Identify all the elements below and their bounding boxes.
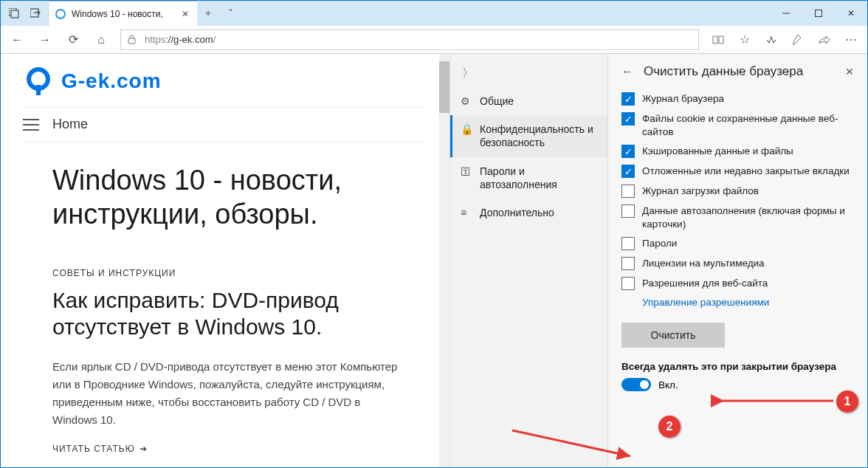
checkbox-media-licenses[interactable]: [621, 257, 635, 270]
clear-button[interactable]: Очистить: [621, 323, 725, 348]
tab-title: Windows 10 - новости,: [72, 9, 173, 19]
annotation-badge-2: 2: [658, 416, 681, 438]
site-logo-icon: [23, 66, 54, 97]
new-tab-button[interactable]: ＋: [197, 1, 219, 26]
reading-view-icon[interactable]: [705, 27, 731, 53]
more-menu-icon[interactable]: ⋯: [838, 27, 864, 53]
svg-rect-7: [36, 85, 41, 95]
clear-data-panel: ← Очистить данные браузера ✕ ✓Журнал бра…: [607, 54, 867, 468]
tab-favicon-icon: [55, 9, 66, 19]
window-minimize-button[interactable]: [770, 1, 802, 26]
always-clear-toggle[interactable]: [621, 378, 651, 391]
share-icon[interactable]: [811, 27, 838, 53]
tab-close-icon[interactable]: ✕: [179, 9, 191, 19]
gear-icon: ⚙: [461, 95, 472, 107]
settings-item-privacy[interactable]: 🔒 Конфиденциальность и безопасность: [450, 115, 607, 156]
settings-item-general[interactable]: ⚙ Общие: [450, 87, 607, 115]
toggle-state-label: Вкл.: [658, 379, 678, 390]
menu-hamburger-icon[interactable]: [23, 119, 39, 131]
read-more-link[interactable]: ЧИТАТЬ СТАТЬЮ ➔: [52, 444, 398, 454]
checkbox-set-aside-tabs[interactable]: ✓: [621, 165, 635, 178]
manage-permissions-link[interactable]: Управление разрешениями: [642, 297, 854, 308]
scrollbar-track[interactable]: [439, 54, 450, 468]
site-logo-text: G-ek.com: [61, 69, 162, 93]
address-bar[interactable]: https://g-ek.com/: [120, 30, 699, 50]
svg-rect-1: [11, 10, 18, 18]
svg-line-9: [512, 430, 630, 456]
svg-rect-5: [128, 38, 135, 44]
checkbox-cached[interactable]: ✓: [621, 145, 635, 158]
titlebar: Windows 10 - новости, ✕ ＋ ˅ ✕: [1, 1, 867, 26]
webpage-content: G-ek.com Home Windows 10 - новости, инст…: [1, 54, 450, 468]
checkbox-site-permissions[interactable]: [621, 277, 635, 290]
set-aside-tabs-icon[interactable]: [27, 4, 45, 22]
checkbox-browsing-history[interactable]: ✓: [621, 92, 635, 106]
lock-icon: 🔒: [461, 123, 472, 135]
checkbox-downloads[interactable]: [621, 185, 635, 198]
site-info-icon[interactable]: [121, 35, 142, 44]
annotation-arrow-2: [505, 427, 638, 464]
svg-rect-4: [816, 10, 822, 17]
toolbar: ← → ⟳ ⌂ https://g-ek.com/ ☆ ⋯: [1, 26, 867, 54]
panel-close-icon[interactable]: ✕: [839, 66, 854, 78]
settings-item-passwords[interactable]: ⚿ Пароли и автозаполнения: [450, 157, 607, 199]
page-headline: Windows 10 - новости, инструкции, обзоры…: [52, 164, 398, 231]
settings-item-advanced[interactable]: ≡ Дополнительно: [450, 199, 607, 227]
always-clear-label: Всегда удалять это при закрытии браузера: [621, 361, 854, 372]
home-button[interactable]: ⌂: [88, 27, 114, 53]
article-excerpt: Если ярлык CD / DVD-привода отсутствует …: [52, 358, 398, 429]
window-close-button[interactable]: ✕: [835, 1, 867, 26]
refresh-button[interactable]: ⟳: [60, 27, 86, 53]
arrow-right-icon: ➔: [140, 444, 148, 454]
scrollbar-thumb[interactable]: [439, 61, 450, 113]
settings-back-icon[interactable]: 〉: [450, 60, 607, 87]
browser-tab[interactable]: Windows 10 - новости, ✕: [49, 1, 197, 26]
settings-sidebar: 〉 ⚙ Общие 🔒 Конфиденциальность и безопас…: [450, 54, 607, 468]
notes-icon[interactable]: [785, 27, 811, 53]
favorites-hub-icon[interactable]: [758, 27, 785, 53]
window-maximize-button[interactable]: [802, 1, 835, 26]
favorite-star-icon[interactable]: ☆: [731, 27, 758, 53]
checkbox-cookies[interactable]: ✓: [621, 112, 635, 125]
panel-title: Очистить данные браузера: [644, 64, 832, 79]
forward-button[interactable]: →: [32, 27, 58, 53]
article-title[interactable]: Как исправить: DVD-привод отсутствует в …: [52, 287, 398, 340]
sliders-icon: ≡: [461, 207, 472, 218]
panel-back-icon[interactable]: ←: [621, 65, 636, 78]
address-url: https://g-ek.com/: [142, 34, 698, 45]
key-icon: ⚿: [461, 165, 472, 177]
annotation-arrow-1: [715, 393, 841, 408]
checkbox-autofill[interactable]: [621, 204, 635, 218]
article-category: СОВЕТЫ И ИНСТРУКЦИИ: [52, 268, 427, 278]
back-button[interactable]: ←: [4, 27, 30, 53]
tabs-overview-icon[interactable]: [5, 4, 23, 22]
tab-chevron-icon[interactable]: ˅: [219, 1, 241, 26]
checkbox-passwords[interactable]: [621, 237, 635, 250]
nav-home[interactable]: Home: [52, 117, 88, 132]
